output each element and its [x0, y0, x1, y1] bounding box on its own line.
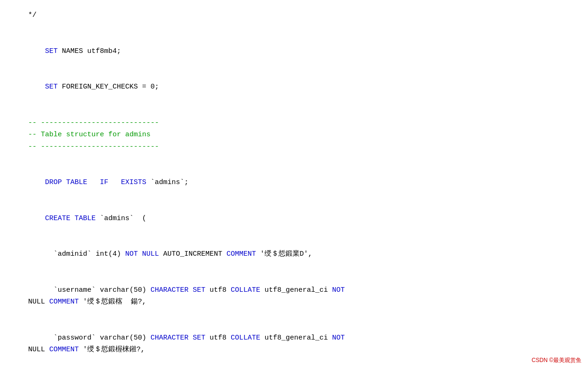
code-text: `password` varchar(50)	[45, 334, 151, 342]
code-text: utf8_general_ci	[260, 286, 332, 294]
keyword-drop: DROP TABLE	[45, 178, 87, 186]
code-line-blank	[28, 105, 560, 117]
code-line-username: `username` varchar(50) CHARACTER SET utf…	[28, 272, 560, 320]
code-line: SET NAMES utf8mb4;	[28, 33, 560, 69]
keyword: COLLATE	[231, 334, 260, 342]
keyword: SET	[45, 47, 58, 55]
code-line-password: `password` varchar(50) CHARACTER SET utf…	[28, 320, 560, 368]
code-text: utf8	[205, 286, 231, 294]
code-text: NULL	[28, 346, 49, 354]
keyword: CHARACTER SET	[151, 334, 205, 342]
code-line-adminid: `adminid` int(4) NOT NULL AUTO_INCREMENT…	[28, 237, 560, 273]
code-line: */	[28, 9, 560, 22]
code-text: `admins` (	[96, 215, 146, 222]
author-label: ©最美观赏鱼	[549, 357, 581, 363]
keyword: CHARACTER SET	[151, 286, 205, 294]
keyword-exists: EXISTS	[121, 178, 146, 186]
code-text: utf8_general_ci	[260, 334, 332, 342]
keyword: NOT NULL	[125, 250, 159, 258]
code-text: `adminid` int(4)	[45, 250, 125, 258]
watermark: CSDN ©最美观赏鱼	[530, 355, 583, 365]
code-line-blank	[28, 153, 560, 165]
code-text: `username` varchar(50)	[45, 286, 151, 294]
keyword: NOT	[332, 286, 345, 294]
keyword: COMMENT	[49, 346, 79, 354]
keyword: COLLATE	[231, 286, 260, 294]
keyword-create: CREATE TABLE	[45, 215, 96, 222]
code-text: */	[28, 11, 37, 19]
code-text: NULL	[28, 298, 49, 306]
keyword: NOT	[332, 334, 345, 342]
code-line-create: CREATE TABLE `admins` (	[28, 200, 560, 237]
code-text: AUTO_INCREMENT	[159, 250, 226, 258]
code-line-drop: DROP TABLE IF EXISTS `admins`;	[28, 165, 560, 201]
code-text: '绶＄悊鍛楁 鍚?,	[79, 298, 146, 306]
keyword: SET	[45, 83, 58, 91]
code-text: utf8	[205, 334, 231, 342]
code-line-comment: -- Table structure for admins	[28, 129, 560, 141]
code-text: `admins`;	[146, 178, 188, 186]
keyword: COMMENT	[226, 250, 256, 258]
code-text: NAMES utf8mb4;	[58, 47, 121, 55]
code-text: '绶＄悊鍛楃梾鎺?,	[79, 346, 145, 354]
code-text	[87, 178, 100, 186]
keyword-if: IF	[100, 178, 108, 186]
code-text: '绶＄悊鍛業D',	[256, 250, 312, 258]
code-container: */ SET NAMES utf8mb4; SET FOREIGN_KEY_CH…	[0, 0, 588, 370]
code-line-comment: -- ----------------------------	[28, 117, 560, 129]
keyword: COMMENT	[49, 298, 79, 306]
csdn-label: CSDN	[532, 357, 548, 363]
code-line: SET FOREIGN_KEY_CHECKS = 0;	[28, 69, 560, 105]
code-text: FOREIGN_KEY_CHECKS = 0;	[58, 83, 159, 91]
code-line-blank	[28, 22, 560, 34]
code-line-creattime: `creattime` datetime NOT NULL COMMENT '閮…	[28, 368, 560, 370]
code-line-comment: -- ----------------------------	[28, 141, 560, 153]
code-text	[108, 178, 121, 186]
